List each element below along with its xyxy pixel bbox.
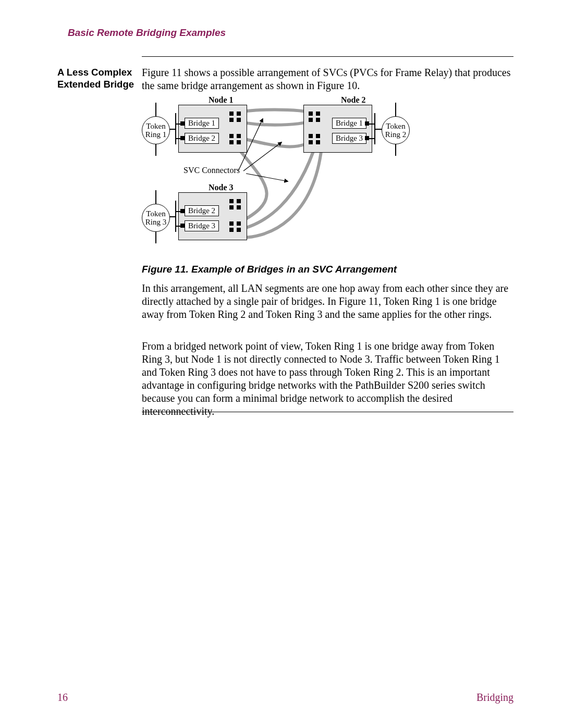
ring2-line2: Ring 2 xyxy=(385,130,406,139)
port xyxy=(237,134,241,138)
svc-connectors-label: SVC Connectors xyxy=(183,166,240,175)
port xyxy=(309,134,313,138)
ring3-line1: Token xyxy=(146,209,165,218)
ring-stem xyxy=(155,190,156,205)
ring-stem xyxy=(155,103,156,117)
node3-bridge2: Bridge 2 xyxy=(185,205,219,216)
page-number: 16 xyxy=(57,692,68,704)
ring2-line1: Token xyxy=(386,122,405,131)
doc-name-footer: Bridging xyxy=(476,692,513,704)
bus-line xyxy=(368,138,375,139)
port xyxy=(237,205,241,209)
node3-label: Node 3 xyxy=(209,183,234,192)
bus-line xyxy=(175,138,181,139)
port xyxy=(229,134,234,138)
node2-box xyxy=(303,105,372,153)
section-rule-top xyxy=(142,56,513,57)
ring1-line1: Token xyxy=(146,122,165,131)
port xyxy=(316,134,320,138)
token-ring-1: Token Ring 1 xyxy=(142,116,170,144)
port xyxy=(237,228,241,232)
paragraph-2: From a bridged network point of view, To… xyxy=(142,340,513,418)
port xyxy=(229,140,234,144)
node2-bridge1: Bridge 1 xyxy=(332,118,366,129)
port xyxy=(229,199,234,203)
port xyxy=(237,140,241,144)
figure-diagram: Node 1 Bridge 1 Bridge 2 Token Ring 1 No… xyxy=(142,95,423,252)
svg-line-2 xyxy=(246,174,288,181)
figure-caption: Figure 11. Example of Bridges in an SVC … xyxy=(142,263,513,276)
bus-line xyxy=(368,124,375,125)
node2-label: Node 2 xyxy=(341,95,366,105)
token-ring-2: Token Ring 2 xyxy=(382,116,410,144)
port xyxy=(229,112,234,116)
port xyxy=(309,140,313,144)
node1-label: Node 1 xyxy=(209,95,234,105)
paragraph-1: In this arrangement, all LAN segments ar… xyxy=(142,282,513,321)
port xyxy=(229,228,234,232)
running-head: Basic Remote Bridging Examples xyxy=(68,27,226,39)
port xyxy=(229,118,234,122)
ring-stem xyxy=(395,103,396,117)
node3-bridge3: Bridge 3 xyxy=(185,220,219,231)
port xyxy=(237,112,241,116)
ring3-line2: Ring 3 xyxy=(145,218,166,227)
svg-line-1 xyxy=(243,142,282,171)
intro-paragraph: Figure 11 shows a possible arrangement o… xyxy=(142,66,513,92)
port xyxy=(309,118,313,122)
port xyxy=(229,221,234,226)
side-heading: A Less Complex Extended Bridge xyxy=(57,66,136,90)
node1-bridge1: Bridge 1 xyxy=(185,118,219,129)
node1-bridge2: Bridge 2 xyxy=(185,133,219,144)
bus-line xyxy=(175,211,181,212)
bus-line xyxy=(175,124,181,125)
bus-line xyxy=(175,226,181,227)
port xyxy=(237,118,241,122)
port xyxy=(229,205,234,209)
ring1-line2: Ring 1 xyxy=(145,130,166,139)
port xyxy=(316,118,320,122)
port xyxy=(316,140,320,144)
port xyxy=(309,112,313,116)
page: Basic Remote Bridging Examples A Less Co… xyxy=(0,0,563,728)
node2-bridge3: Bridge 3 xyxy=(332,133,366,144)
port xyxy=(316,112,320,116)
port xyxy=(237,199,241,203)
port xyxy=(237,221,241,226)
token-ring-3: Token Ring 3 xyxy=(142,204,170,232)
